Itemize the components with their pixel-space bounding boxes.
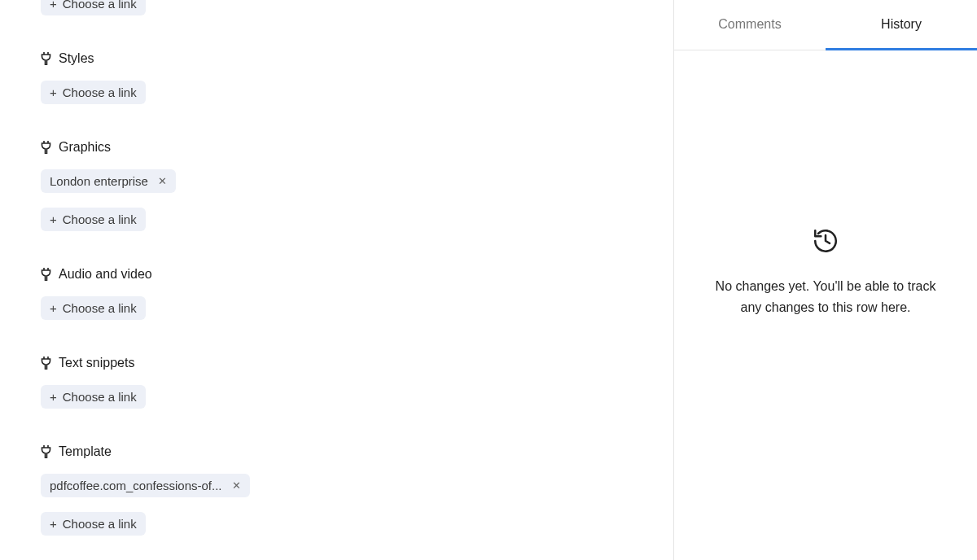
plug-icon [41, 357, 51, 370]
plus-icon: + [50, 518, 57, 530]
plug-icon [41, 445, 51, 458]
section-label: Audio and video [59, 267, 152, 282]
section-header-text-snippets: Text snippets [41, 356, 673, 370]
plus-icon: + [50, 213, 57, 225]
choose-link-label: Choose a link [63, 85, 137, 99]
section-label: Template [59, 444, 112, 459]
history-empty-text: No changes yet. You'll be able to track … [707, 276, 944, 317]
tab-history[interactable]: History [826, 0, 977, 50]
tab-label-history: History [881, 17, 922, 32]
choose-link-button[interactable]: + Choose a link [41, 385, 146, 409]
choose-link-label: Choose a link [63, 517, 137, 531]
link-chip[interactable]: pdfcoffee.com_confessions-of... ✕ [41, 474, 250, 497]
main-scroll-area[interactable]: + Choose a link Styles + Choose a link G… [0, 0, 673, 560]
plus-icon: + [50, 391, 57, 403]
chip-label: pdfcoffee.com_confessions-of... [50, 479, 222, 492]
chip-label: London enterprise [50, 174, 148, 188]
plus-icon: + [50, 86, 57, 98]
tab-comments[interactable]: Comments [674, 0, 826, 50]
right-sidebar: Comments History No changes yet. You'll … [673, 0, 977, 560]
tab-label-comments: Comments [718, 17, 781, 32]
choose-link-label: Choose a link [63, 0, 137, 11]
section-header-styles: Styles [41, 51, 673, 66]
choose-link-button[interactable]: + Choose a link [41, 512, 146, 536]
choose-link-button[interactable]: + Choose a link [41, 0, 146, 15]
sidebar-tabs: Comments History [674, 0, 977, 50]
section-header-template: Template [41, 444, 673, 459]
choose-link-button[interactable]: + Choose a link [41, 208, 146, 231]
plug-icon [41, 141, 51, 154]
section-label: Graphics [59, 140, 111, 155]
plug-icon [41, 268, 51, 281]
remove-chip-icon[interactable]: ✕ [158, 175, 167, 187]
section-header-audio-video: Audio and video [41, 267, 673, 282]
link-chip[interactable]: London enterprise ✕ [41, 169, 176, 193]
plus-icon: + [50, 0, 57, 10]
choose-link-label: Choose a link [63, 301, 137, 315]
section-label: Text snippets [59, 356, 134, 370]
choose-link-button[interactable]: + Choose a link [41, 296, 146, 320]
plus-icon: + [50, 302, 57, 314]
history-icon [812, 227, 839, 255]
section-label: Styles [59, 51, 94, 66]
section-header-graphics: Graphics [41, 140, 673, 155]
choose-link-label: Choose a link [63, 212, 137, 226]
plug-icon [41, 52, 51, 65]
choose-link-button[interactable]: + Choose a link [41, 81, 146, 104]
history-panel: No changes yet. You'll be able to track … [674, 50, 977, 560]
choose-link-label: Choose a link [63, 390, 137, 404]
remove-chip-icon[interactable]: ✕ [232, 479, 241, 492]
